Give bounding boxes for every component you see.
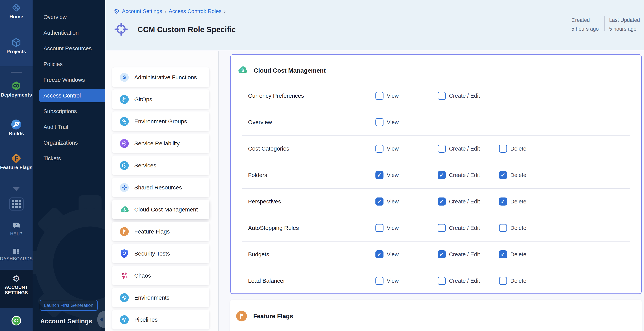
category-gitops[interactable]: GitOps	[112, 90, 209, 109]
rail-item-deployments[interactable]: Deployments	[0, 80, 32, 98]
home-icon	[11, 10, 22, 14]
account-settings-label-line2: SETTINGS	[0, 290, 32, 295]
permission-group: Delete	[499, 241, 526, 268]
view-checkbox[interactable]	[376, 144, 384, 153]
sidebar-item-subscriptions[interactable]: Subscriptions	[39, 104, 105, 118]
permission-group: Create / Edit	[438, 162, 480, 188]
last-updated-meta: Last Updated 5 hours ago	[609, 16, 640, 33]
rail-item-label: Deployments	[0, 92, 32, 98]
breadcrumb-link-roles[interactable]: Access Control: Roles	[169, 8, 222, 14]
gear-icon	[0, 274, 32, 283]
cube-icon	[11, 45, 22, 48]
permission-group: Create / Edit	[438, 215, 480, 241]
grid-icon	[12, 200, 21, 208]
create-edit-checkbox[interactable]	[438, 92, 446, 100]
user-avatar[interactable]: CJ	[12, 316, 21, 326]
create-edit-checkbox[interactable]	[438, 171, 446, 179]
permission-group: Delete	[499, 188, 526, 215]
last-updated-value: 5 hours ago	[609, 24, 640, 33]
sidebar-item-overview[interactable]: Overview	[39, 10, 105, 24]
delete-checkbox[interactable]	[499, 250, 507, 258]
view-checkbox[interactable]	[376, 171, 384, 179]
created-value: 5 hours ago	[572, 24, 599, 33]
create-edit-checkbox[interactable]	[438, 224, 446, 232]
dashboards-icon	[11, 253, 21, 256]
category-pipelines[interactable]: Pipelines	[112, 310, 209, 330]
created-label: Created	[572, 16, 599, 24]
category-chaos[interactable]: Chaos	[112, 266, 209, 286]
permission-group: View	[376, 241, 398, 268]
account-settings-label-line1: ACCOUNT	[0, 285, 32, 290]
category-environment-groups[interactable]: Environment Groups	[112, 112, 209, 131]
delete-checkbox[interactable]	[499, 198, 507, 206]
sidebar-item-tickets[interactable]: Tickets	[39, 152, 105, 165]
permissions-area: $ Cloud Cost Management Currency Prefere…	[219, 51, 644, 331]
delete-checkbox[interactable]	[499, 171, 507, 179]
cloud-cost-management-panel: $ Cloud Cost Management Currency Prefere…	[230, 54, 642, 294]
rail-item-label: Builds	[0, 131, 32, 136]
category-security-tests[interactable]: Security Tests	[112, 244, 209, 264]
breadcrumb-link-account-settings[interactable]: Account Settings	[122, 8, 162, 14]
rail-divider	[11, 72, 22, 73]
view-checkbox[interactable]	[376, 118, 384, 126]
delete-checkbox[interactable]	[499, 224, 507, 232]
view-checkbox[interactable]	[376, 198, 384, 206]
rail-item-builds[interactable]: Builds	[0, 119, 32, 136]
avatar-initials: CJ	[12, 317, 20, 325]
category-services[interactable]: Services	[112, 156, 209, 175]
create-edit-checkbox[interactable]	[438, 250, 446, 258]
created-meta: Created 5 hours ago	[572, 16, 599, 33]
hexagon-group-icon	[120, 117, 129, 126]
rail-item-home[interactable]: Home	[0, 2, 32, 20]
feature-flags-icon	[11, 161, 22, 164]
category-administrative-functions[interactable]: Administrative Functions	[112, 68, 209, 87]
resource-category-list: Administrative Functions GitOps	[105, 51, 218, 331]
permission-group: Delete	[499, 162, 526, 188]
launch-first-generation-button[interactable]: Launch First Generation	[40, 300, 98, 311]
sidebar-item-authentication[interactable]: Authentication	[39, 26, 105, 40]
permission-row-autostopping-rules: AutoStopping Rules View Create / Edit De…	[231, 215, 641, 241]
view-checkbox[interactable]	[376, 250, 384, 258]
shield-icon	[119, 249, 129, 258]
category-feature-flags[interactable]: Feature Flags	[112, 222, 209, 241]
sidebar-item-account-resources[interactable]: Account Resources	[39, 42, 105, 55]
cloud-dollar-icon: $	[119, 204, 129, 214]
shared-resources-diamond-icon	[120, 183, 129, 192]
sidebar-item-freeze-windows[interactable]: Freeze Windows	[39, 73, 105, 86]
chevron-down-icon[interactable]	[13, 187, 20, 191]
view-checkbox[interactable]	[376, 224, 384, 232]
svg-text:$: $	[241, 68, 244, 73]
category-shared-resources[interactable]: Shared Resources	[112, 178, 209, 197]
sidebar-item-policies[interactable]: Policies	[39, 58, 105, 71]
sidebar-item-audit-trail[interactable]: Audit Trail	[39, 120, 105, 134]
rail-item-account-settings[interactable]: ACCOUNT SETTINGS	[0, 270, 32, 308]
rail-item-label: Feature Flags	[0, 164, 32, 170]
view-checkbox[interactable]	[376, 92, 384, 100]
delete-checkbox[interactable]	[499, 144, 507, 153]
module-grid-button[interactable]	[9, 198, 24, 210]
category-cloud-cost-management[interactable]: $ Cloud Cost Management	[112, 200, 209, 219]
permission-group: Create / Edit	[438, 82, 480, 109]
sidebar-item-organizations[interactable]: Organizations	[39, 136, 105, 150]
create-edit-checkbox[interactable]	[438, 144, 446, 153]
permission-group: View	[376, 215, 398, 241]
rail-item-dashboards[interactable]: DASHBOARDS	[0, 248, 32, 262]
category-service-reliability[interactable]: Service Reliability	[112, 134, 209, 153]
permission-group: Create / Edit	[438, 268, 480, 294]
rail-item-help[interactable]: ? HELP	[0, 222, 32, 236]
create-edit-checkbox[interactable]	[438, 198, 446, 206]
delete-checkbox[interactable]	[499, 277, 507, 285]
settings-nav-list: Overview Authentication Account Resource…	[39, 10, 105, 168]
category-environments[interactable]: Environments	[112, 288, 209, 308]
rail-item-projects[interactable]: Projects	[0, 37, 32, 54]
create-edit-checkbox[interactable]	[438, 277, 446, 285]
permission-group: View	[376, 109, 398, 136]
rail-item-label: HELP	[0, 232, 32, 236]
view-checkbox[interactable]	[376, 277, 384, 285]
permission-group: Create / Edit	[438, 136, 480, 162]
sidebar-item-access-control[interactable]: Access Control	[39, 89, 105, 102]
help-chat-icon: ?	[11, 228, 21, 231]
environment-box-icon	[120, 293, 129, 302]
rail-item-feature-flags[interactable]: Feature Flags	[0, 153, 32, 170]
permission-group: Create / Edit	[438, 188, 480, 215]
